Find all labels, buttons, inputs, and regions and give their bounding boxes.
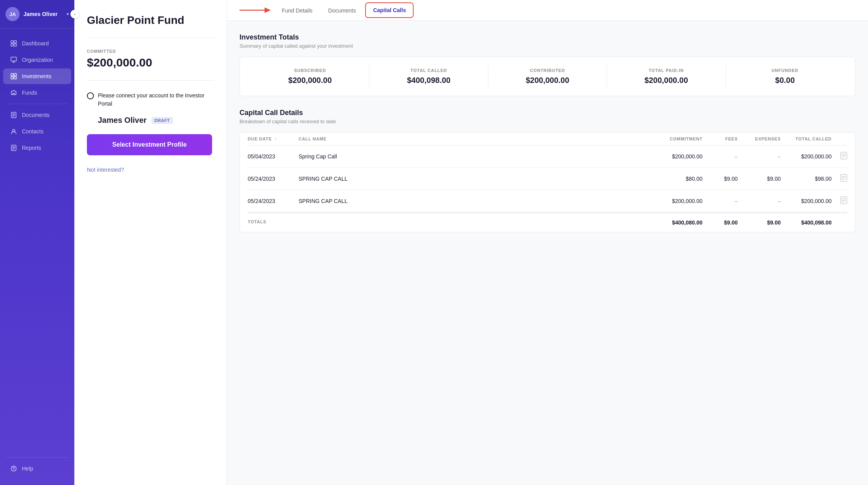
unfunded-label: UNFUNDED — [732, 68, 838, 73]
main-content: Glacier Point Fund COMMITTED $200,000.00… — [74, 0, 868, 485]
subscribed-value: $200,000.00 — [257, 76, 363, 85]
total-paid-in: TOTAL PAID-IN $200,000.00 — [607, 65, 726, 88]
connect-text: Please connect your account to the Inves… — [98, 92, 214, 108]
not-interested-link[interactable]: Not interested? — [87, 167, 124, 173]
tab-documents[interactable]: Documents — [321, 0, 364, 20]
avatar: JA — [5, 7, 20, 21]
sidebar-item-label: Help — [22, 465, 33, 472]
right-panel: Fund Details Documents Capital Calls Inv… — [227, 0, 868, 485]
committed-label: COMMITTED — [87, 49, 214, 54]
unfunded-value: $0.00 — [732, 76, 838, 85]
user-profile[interactable]: JA James Oliver ▾ ‹ — [0, 0, 74, 29]
svg-rect-7 — [11, 77, 13, 79]
tabs-row: Fund Details Documents Capital Calls — [227, 0, 868, 21]
sidebar-collapse-button[interactable]: ‹ — [70, 10, 79, 18]
fund-title: Glacier Point Fund — [87, 14, 214, 27]
svg-rect-1 — [14, 41, 16, 43]
capital-calls-title: Capital Call Details — [240, 109, 855, 117]
paid-in-value: $200,000.00 — [613, 76, 719, 85]
sidebar-item-help[interactable]: Help — [3, 461, 71, 476]
investment-totals-title: Investment Totals — [240, 33, 855, 41]
left-panel: Glacier Point Fund COMMITTED $200,000.00… — [74, 0, 227, 485]
row1-doc-icon[interactable] — [832, 152, 847, 161]
sidebar-item-label: Contacts — [22, 128, 43, 135]
main-inner: Glacier Point Fund COMMITTED $200,000.00… — [74, 0, 868, 485]
table-row: 05/04/2023 Spring Cap Call $200,000.00 –… — [248, 146, 847, 168]
svg-rect-2 — [11, 44, 13, 46]
sidebar-item-investments[interactable]: Investments — [3, 68, 71, 84]
total-contributed: CONTRIBUTED $200,000.00 — [488, 65, 607, 88]
row2-expenses: $9.00 — [738, 176, 781, 182]
th-due-date: DUE DATE ↑ — [248, 137, 299, 141]
nav-divider — [6, 104, 68, 104]
sidebar-item-label: Documents — [22, 112, 50, 118]
content-area: Investment Totals Summary of capital cal… — [227, 21, 868, 245]
circle-icon — [87, 92, 94, 99]
row1-total: $200,000.00 — [781, 153, 832, 160]
totals-commitment: $400,080.00 — [652, 219, 702, 226]
table-header: DUE DATE ↑ CALL NAME COMMITMENT FEES EXP… — [248, 133, 847, 146]
row3-call-name: SPRING CAP CALL — [299, 198, 652, 204]
investment-totals-subtitle: Summary of capital called against your i… — [240, 43, 855, 49]
documents-icon — [10, 112, 17, 118]
sidebar-nav: Dashboard Organization Investments Funds — [0, 29, 74, 448]
svg-rect-5 — [11, 74, 13, 76]
subscribed-label: SUBSCRIBED — [257, 68, 363, 73]
row2-fees: $9.00 — [702, 176, 738, 182]
sidebar-item-funds[interactable]: Funds — [3, 85, 71, 101]
committed-amount: $200,000.00 — [87, 56, 214, 69]
th-action — [832, 137, 847, 141]
svg-point-13 — [13, 470, 14, 471]
row2-commitment: $80.00 — [652, 176, 702, 182]
totals-label: TOTALS — [248, 219, 299, 226]
row3-doc-icon[interactable] — [832, 196, 847, 206]
tab-fund-details[interactable]: Fund Details — [274, 0, 321, 20]
row3-commitment: $200,000.00 — [652, 198, 702, 204]
arrow-indicator — [240, 5, 271, 16]
row3-total: $200,000.00 — [781, 198, 832, 204]
sidebar-item-label: Funds — [22, 90, 37, 96]
dashboard-icon — [10, 40, 17, 47]
total-called-value: $400,098.00 — [376, 76, 481, 85]
sidebar-item-reports[interactable]: Reports — [3, 140, 71, 156]
investor-name-row: James Oliver DRAFT — [98, 116, 214, 125]
row1-expenses: – — [738, 153, 781, 160]
th-total-called: TOTAL CALLED — [781, 137, 832, 141]
row2-total: $98.00 — [781, 176, 832, 182]
totals-expenses: $9.00 — [738, 219, 781, 226]
divider2 — [87, 80, 214, 81]
total-unfunded: UNFUNDED $0.00 — [726, 65, 844, 88]
tab-capital-calls[interactable]: Capital Calls — [365, 2, 414, 18]
sidebar-item-contacts[interactable]: Contacts — [3, 124, 71, 139]
row1-date: 05/04/2023 — [248, 153, 299, 160]
row3-fees: – — [702, 198, 738, 204]
sidebar: JA James Oliver ▾ ‹ Dashboard Organizati… — [0, 0, 74, 485]
row2-call-name: SPRING CAP CALL — [299, 176, 652, 182]
table-row: 05/24/2023 SPRING CAP CALL $80.00 $9.00 … — [248, 168, 847, 190]
total-called-label: TOTAL CALLED — [376, 68, 481, 73]
select-investment-profile-button[interactable]: Select Investment Profile — [87, 134, 212, 155]
sidebar-item-label: Dashboard — [22, 40, 49, 47]
totals-fees: $9.00 — [702, 219, 738, 226]
totals-row: TOTALS $400,080.00 $9.00 $9.00 $400,098.… — [248, 212, 847, 232]
investment-totals-card: SUBSCRIBED $200,000.00 TOTAL CALLED $400… — [240, 57, 855, 96]
row2-doc-icon[interactable] — [832, 174, 847, 183]
total-called: TOTAL CALLED $400,098.00 — [369, 65, 488, 88]
help-icon — [10, 465, 17, 472]
sidebar-item-organization[interactable]: Organization — [3, 52, 71, 68]
sort-icon: ↑ — [274, 137, 277, 141]
sidebar-item-documents[interactable]: Documents — [3, 107, 71, 123]
sidebar-help: Help — [0, 448, 74, 485]
svg-rect-6 — [14, 74, 16, 76]
th-call-name: CALL NAME — [299, 137, 652, 141]
reports-icon — [10, 145, 17, 151]
connect-notice: Please connect your account to the Inves… — [87, 92, 214, 108]
svg-point-10 — [13, 129, 15, 132]
investments-icon — [10, 73, 17, 79]
row1-commitment: $200,000.00 — [652, 153, 702, 160]
row1-call-name: Spring Cap Call — [299, 153, 652, 160]
sidebar-item-dashboard[interactable]: Dashboard — [3, 36, 71, 51]
divider — [87, 38, 214, 38]
svg-rect-0 — [11, 41, 13, 43]
capital-call-details: Capital Call Details Breakdown of capita… — [240, 109, 855, 232]
